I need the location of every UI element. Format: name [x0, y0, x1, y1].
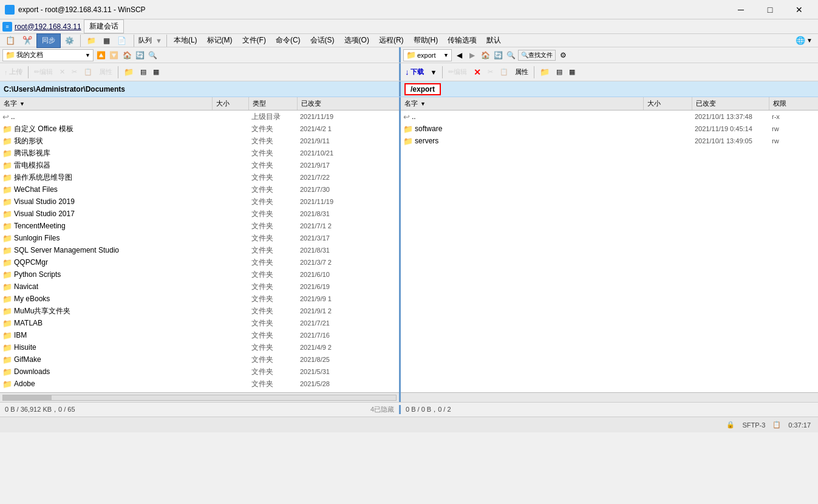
toolbar-btn2[interactable]: 📁 [84, 33, 99, 48]
left-file-row[interactable]: 📁 GifMake 文件夹 2021/8/25 [0, 353, 399, 366]
col-date-left[interactable]: 已改变 [298, 97, 399, 110]
left-file-row[interactable]: 📁 SQL Server Management Studio 文件夹 2021/… [0, 244, 399, 256]
right-file-row[interactable]: ↩ .. 2021/10/1 13:37:48 r-x [401, 111, 818, 123]
toolbar-btn4[interactable]: 📄 [114, 33, 129, 48]
right-file-list[interactable]: ↩ .. 2021/10/1 13:37:48 r-x 📁 software 2… [401, 111, 818, 392]
option-menu[interactable]: 选项(O) [339, 34, 374, 47]
left-file-list[interactable]: ↩ .. 上级目录 2021/11/19 📁 自定义 Office 模板 文件夹… [0, 111, 399, 392]
right-path-highlighted[interactable]: /export [404, 83, 441, 95]
edit-left-button[interactable]: ✏编辑 [31, 65, 56, 80]
col-size-left[interactable]: 大小 [213, 97, 249, 110]
toolbar-refresh-btn[interactable]: ⚙️ [62, 33, 77, 48]
right-path-combo[interactable]: 📁 export ▼ [403, 49, 452, 61]
local-menu[interactable]: 本地(L) [169, 34, 202, 47]
left-file-row[interactable]: 📁 WeChat Files 文件夹 2021/7/30 [0, 183, 399, 196]
col-size-right[interactable]: 大小 [644, 97, 692, 110]
find-left[interactable]: 🔍 [146, 49, 158, 62]
view-left[interactable]: ▦ [150, 65, 162, 80]
new-dir-right[interactable]: 📁 [537, 65, 553, 80]
nav-left-right[interactable]: ◀ [453, 49, 465, 62]
col-type-left[interactable]: 类型 [249, 97, 298, 110]
left-file-row[interactable]: 📁 My eBooks 文件夹 2021/9/9 1 [0, 293, 399, 305]
refresh-right[interactable]: 🔄 [492, 49, 504, 62]
new-session-button[interactable]: 新建会话 [84, 19, 124, 33]
nav-up-left[interactable]: 🔼 [95, 49, 107, 62]
delete-right-button[interactable]: ✕ [471, 65, 484, 80]
toolbar-sync-btn[interactable]: 同步 [36, 33, 61, 48]
col-date-right[interactable]: 已改变 [692, 97, 769, 110]
download-button[interactable]: ↓下载 [402, 65, 427, 80]
mark-menu[interactable]: 标记(M) [202, 34, 237, 47]
download-arrow[interactable]: ▼ [428, 65, 440, 80]
log-icon: 📋 [772, 421, 781, 429]
left-file-row[interactable]: 📁 Navicat 文件夹 2021/6/19 [0, 281, 399, 293]
right-file-row[interactable]: 📁 servers 2021/10/1 13:49:05 rw [401, 135, 818, 147]
right-hscroll[interactable] [401, 392, 818, 402]
left-path-combo[interactable]: 📁 我的文档 ▼ [2, 49, 94, 61]
prop-left[interactable]: 属性 [96, 65, 115, 80]
left-file-row[interactable]: 📁 QQPCMgr 文件夹 2021/3/7 2 [0, 256, 399, 268]
session-tab[interactable]: root@192.168.43.11 [15, 22, 81, 31]
close-button[interactable]: ✕ [785, 0, 813, 19]
right-file-name: ↩ .. [401, 112, 644, 121]
file-menu[interactable]: 文件(F) [237, 34, 271, 47]
upload-button[interactable]: ↑上传 [1, 65, 26, 80]
left-file-row[interactable]: 📁 我的形状 文件夹 2021/9/11 [0, 135, 399, 147]
toolbar-copy-btn[interactable]: 📋 [2, 33, 18, 48]
left-file-row[interactable]: 📁 操作系统思维导图 文件夹 2021/7/22 [0, 171, 399, 183]
minimize-button[interactable]: ─ [727, 0, 755, 19]
left-file-row[interactable]: 📁 MATLAB 文件夹 2021/7/21 [0, 317, 399, 329]
search-right[interactable]: 🔍 [505, 49, 517, 62]
toolbar-btn3[interactable]: ▦ [100, 33, 113, 48]
delete-left-button[interactable]: ✕ [56, 65, 68, 80]
transfer-option[interactable]: 传输选项 [443, 34, 482, 47]
left-file-row[interactable]: 📁 Visual Studio 2019 文件夹 2021/11/19 [0, 196, 399, 208]
bookmark-right[interactable]: 🏠 [479, 49, 491, 62]
cut-left[interactable]: ✂ [69, 65, 80, 80]
refresh-left[interactable]: 🔄 [134, 49, 146, 62]
view-right[interactable]: ▦ [566, 65, 578, 80]
cmd-menu[interactable]: 命令(C) [271, 34, 305, 47]
new-file-right[interactable]: ▤ [553, 65, 565, 80]
left-file-row[interactable]: 📁 Python Scripts 文件夹 2021/6/10 [0, 268, 399, 281]
default-btn[interactable]: 默认 [482, 34, 506, 47]
left-file-row[interactable]: ↩ .. 上级目录 2021/11/19 [0, 111, 399, 123]
help-menu[interactable]: 帮助(H) [409, 34, 443, 47]
left-file-row[interactable]: 📁 TencentMeeting 文件夹 2021/7/1 2 [0, 220, 399, 232]
left-file-row[interactable]: 📁 Sunlogin Files 文件夹 2021/3/17 [0, 232, 399, 244]
left-file-row[interactable]: 📁 Adobe 文件夹 2021/5/28 [0, 378, 399, 390]
col-name-right[interactable]: 名字 ▼ [401, 97, 644, 110]
right-file-row[interactable]: 📁 software 2021/11/19 0:45:14 rw [401, 123, 818, 135]
toolbar-move-btn[interactable]: ✂️ [19, 33, 35, 48]
edit-right-button[interactable]: ✏编辑 [445, 65, 470, 80]
session-menu[interactable]: 会话(S) [305, 34, 339, 47]
left-file-row[interactable]: 📁 自定义 Office 模板 文件夹 2021/4/2 1 [0, 123, 399, 135]
app-icon [5, 5, 15, 15]
prop-right[interactable]: 属性 [512, 65, 531, 80]
left-file-row[interactable]: 📁 Visual Studio 2017 文件夹 2021/8/31 [0, 208, 399, 220]
cut-right[interactable]: ✂ [485, 65, 496, 80]
find-file-btn[interactable]: 🔍查找文件 [518, 50, 556, 61]
left-file-row[interactable]: 📁 IBM 文件夹 2021/7/16 [0, 329, 399, 341]
right-status: 0 B / 0 B，0 / 2 [401, 405, 818, 414]
left-file-row[interactable]: 📁 腾讯影视库 文件夹 2021/10/21 [0, 147, 399, 159]
bookmark-left[interactable]: 🏠 [121, 49, 133, 62]
left-file-row[interactable]: 📁 Downloads 文件夹 2021/5/31 [0, 366, 399, 378]
remote-menu[interactable]: 远程(R) [374, 34, 409, 47]
web-btn[interactable]: 🌐▼ [792, 33, 816, 48]
copy-left[interactable]: 📋 [81, 65, 95, 80]
left-status: 0 B / 36,912 KB，0 / 65 4已隐藏 [0, 405, 401, 414]
left-file-row[interactable]: 📁 Hisuite 文件夹 2021/4/9 2 [0, 341, 399, 353]
left-file-row[interactable]: 📁 MuMu共享文件夹 文件夹 2021/9/1 2 [0, 305, 399, 317]
maximize-button[interactable]: □ [756, 0, 784, 19]
new-dir-left[interactable]: 📁 [121, 65, 137, 80]
nav-right-right[interactable]: ▶ [466, 49, 478, 62]
nav-down-left[interactable]: 🔽 [107, 49, 120, 62]
left-file-row[interactable]: 📁 雷电模拟器 文件夹 2021/9/17 [0, 159, 399, 171]
settings-right[interactable]: ⚙ [557, 49, 569, 62]
left-hscroll[interactable] [0, 392, 399, 402]
new-file-left[interactable]: ▤ [137, 65, 149, 80]
col-name-left[interactable]: 名字 ▼ [0, 97, 213, 110]
copy-right[interactable]: 📋 [497, 65, 511, 80]
col-perm-right[interactable]: 权限 [769, 97, 818, 110]
